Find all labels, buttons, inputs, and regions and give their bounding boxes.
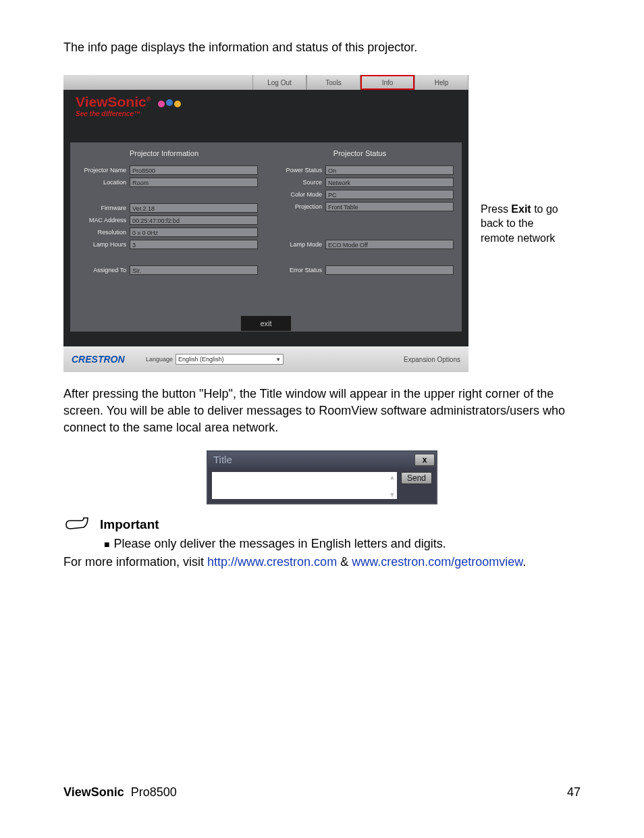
- bullet-square-icon: ■: [104, 539, 109, 550]
- language-label: Language: [146, 356, 173, 363]
- error-status-value: [325, 265, 454, 275]
- side-note: Press Exit to go back to the remote netw…: [481, 202, 562, 246]
- crestron-logo: CRESTRON: [72, 354, 146, 365]
- projector-status-column: Projector Status Power StatusOn SourceNe…: [266, 142, 462, 332]
- page-footer: ViewSonic Pro8500 47: [63, 785, 581, 800]
- crestron-link[interactable]: http://www.crestron.com: [207, 555, 337, 569]
- exit-button[interactable]: exit: [240, 315, 292, 332]
- viewsonic-logo: ViewSonic® See the difference™: [76, 94, 186, 117]
- page-number: 47: [567, 785, 581, 800]
- power-status-value: On: [325, 165, 454, 175]
- expansion-options-link[interactable]: Expansion Options: [404, 356, 460, 363]
- location-value: Room: [130, 178, 258, 187]
- info-panel: Projector Information Projector NamePro8…: [70, 142, 462, 332]
- pointing-hand-icon: [63, 515, 90, 534]
- svg-point-0: [158, 101, 165, 107]
- send-button[interactable]: Send: [401, 472, 432, 484]
- more-info-line: For more information, visit http://www.c…: [63, 555, 581, 569]
- resolution-value: 0 x 0 0Hz: [130, 228, 258, 237]
- svg-point-2: [174, 101, 181, 107]
- important-bullet: ■ Please only deliver the messages in En…: [104, 537, 581, 551]
- tab-logout[interactable]: Log Out: [252, 75, 306, 90]
- tab-info[interactable]: Info: [360, 75, 414, 90]
- tab-help[interactable]: Help: [414, 75, 468, 90]
- birds-icon: [155, 97, 186, 109]
- scroll-down-icon[interactable]: ▼: [213, 491, 396, 498]
- info-page-screenshot: Log Out Tools Info Help ViewSonic® See t…: [63, 75, 468, 372]
- help-title-window: Title x ▲ ▼ Send: [207, 450, 437, 504]
- lamp-mode-value: ECO Mode Off: [325, 240, 454, 249]
- assigned-to-value: Sir.: [130, 265, 258, 275]
- color-mode-value: PC: [325, 190, 454, 199]
- roomview-link[interactable]: www.crestron.com/getroomview: [352, 555, 522, 569]
- bottom-bar: CRESTRON Language English (English) ▼ Ex…: [63, 346, 468, 372]
- projector-info-title: Projector Information: [70, 149, 258, 157]
- mac-value: 00:25:47:00:f2:bd: [130, 215, 258, 225]
- chevron-down-icon: ▼: [275, 357, 281, 363]
- scroll-up-icon[interactable]: ▲: [213, 473, 396, 480]
- important-heading: Important: [100, 517, 159, 532]
- lamp-hours-value: 3: [130, 240, 258, 249]
- svg-point-1: [166, 99, 173, 106]
- intro-text: The info page displays the information a…: [63, 41, 581, 55]
- close-button[interactable]: x: [414, 454, 435, 466]
- help-window-title: Title: [213, 454, 232, 465]
- help-paragraph: After pressing the button "Help", the Ti…: [63, 386, 581, 437]
- projector-name-value: Pro8500: [130, 165, 258, 175]
- tab-tools[interactable]: Tools: [306, 75, 360, 90]
- projector-status-title: Projector Status: [266, 149, 454, 157]
- projection-value: Front Table: [325, 202, 454, 211]
- projector-information-column: Projector Information Projector NamePro8…: [70, 142, 266, 332]
- language-select[interactable]: English (English) ▼: [176, 354, 284, 365]
- help-message-input[interactable]: ▲ ▼: [212, 472, 397, 499]
- firmware-value: Ver.2.18: [130, 203, 258, 213]
- source-value: Network: [325, 178, 454, 187]
- top-nav: Log Out Tools Info Help: [63, 75, 468, 90]
